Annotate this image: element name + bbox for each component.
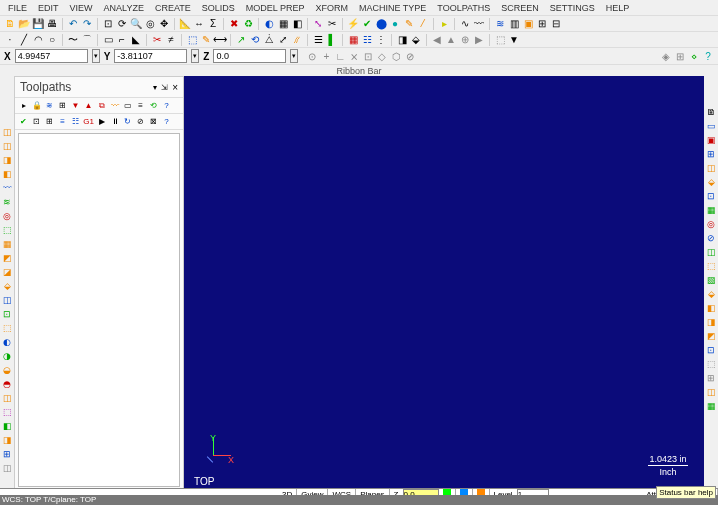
rm5-icon[interactable]: ◫ [706, 162, 717, 173]
lm13-icon[interactable]: ◫ [2, 294, 13, 305]
rm13-icon[interactable]: ▧ [706, 274, 717, 285]
sb10-icon[interactable]: ⊘ [135, 116, 146, 127]
st2-icon[interactable]: 🔒 [31, 100, 42, 111]
graphics-viewport[interactable]: Y X TOP 1.0423 in Inch [184, 76, 704, 491]
lm6-icon[interactable]: ≋ [2, 196, 13, 207]
scale-icon[interactable]: ⤢ [277, 34, 289, 46]
menu-help[interactable]: HELP [602, 1, 634, 15]
c3-icon[interactable]: ∟ [334, 50, 346, 62]
z-input[interactable] [213, 49, 286, 63]
rm15-icon[interactable]: ◧ [706, 302, 717, 313]
zoom-target-icon[interactable]: ◎ [144, 18, 156, 30]
st10-icon[interactable]: ≡ [135, 100, 146, 111]
help2-icon[interactable]: ? [702, 50, 714, 62]
lm9-icon[interactable]: ▦ [2, 238, 13, 249]
translate-icon[interactable]: ↗ [235, 34, 247, 46]
sb9-icon[interactable]: ↻ [122, 116, 133, 127]
lm4-icon[interactable]: ◧ [2, 168, 13, 179]
point-icon[interactable]: · [4, 34, 16, 46]
menu-view[interactable]: VIEW [66, 1, 97, 15]
lm10-icon[interactable]: ◩ [2, 252, 13, 263]
lm19-icon[interactable]: ◓ [2, 378, 13, 389]
shade-icon[interactable]: ◐ [263, 18, 275, 30]
box3-icon[interactable]: ▣ [522, 18, 534, 30]
rm11-icon[interactable]: ◫ [706, 246, 717, 257]
dist-icon[interactable]: ↔ [193, 18, 205, 30]
up-icon[interactable]: ▲ [445, 34, 457, 46]
t2-icon[interactable]: ⬙ [410, 34, 422, 46]
back-icon[interactable]: ◀ [431, 34, 443, 46]
c10-icon[interactable]: ⊞ [674, 50, 686, 62]
menu-machine-type[interactable]: MACHINE TYPE [355, 1, 430, 15]
st7-icon[interactable]: ⧉ [96, 100, 107, 111]
rm21-icon[interactable]: ◫ [706, 386, 717, 397]
repaint-icon[interactable]: ⟳ [116, 18, 128, 30]
lm1-icon[interactable]: ◫ [2, 126, 13, 137]
grid2-icon[interactable]: ▥ [508, 18, 520, 30]
menu-create[interactable]: CREATE [151, 1, 195, 15]
rm17-icon[interactable]: ◩ [706, 330, 717, 341]
zoom-window-icon[interactable]: 🔍 [130, 18, 142, 30]
dim-icon[interactable]: ⟷ [214, 34, 226, 46]
x-input[interactable] [15, 49, 88, 63]
lm5-icon[interactable]: 〰 [2, 182, 13, 193]
st8-icon[interactable]: 〰 [109, 100, 120, 111]
list-icon[interactable]: ☷ [361, 34, 373, 46]
c9-icon[interactable]: ◈ [660, 50, 672, 62]
sb7-icon[interactable]: ▶ [96, 116, 107, 127]
c8-icon[interactable]: ⊘ [404, 50, 416, 62]
fwd-icon[interactable]: ▶ [473, 34, 485, 46]
z-dropdown[interactable]: ▾ [290, 49, 298, 63]
wireframe-icon[interactable]: ▦ [277, 18, 289, 30]
disc-icon[interactable]: ● [389, 18, 401, 30]
c1-icon[interactable]: ⊙ [306, 50, 318, 62]
rm22-icon[interactable]: ▦ [706, 400, 717, 411]
line-icon[interactable]: ╱ [18, 34, 30, 46]
menu-toolpaths[interactable]: TOOLPATHS [433, 1, 494, 15]
st1-icon[interactable]: ▸ [18, 100, 29, 111]
rm14-icon[interactable]: ⬙ [706, 288, 717, 299]
rect-icon[interactable]: ▭ [102, 34, 114, 46]
analyze-icon[interactable]: 📐 [179, 18, 191, 30]
lm20-icon[interactable]: ◫ [2, 392, 13, 403]
menu-analyze[interactable]: ANALYZE [100, 1, 148, 15]
circle-icon[interactable]: ○ [46, 34, 58, 46]
offset-icon[interactable]: ⫽ [291, 34, 303, 46]
open-file-icon[interactable]: 📂 [18, 18, 30, 30]
level-icon[interactable]: ☰ [312, 34, 324, 46]
lm3-icon[interactable]: ◨ [2, 154, 13, 165]
lm14-icon[interactable]: ⊡ [2, 308, 13, 319]
cube-icon[interactable]: ⬚ [494, 34, 506, 46]
pencil-icon[interactable]: ✎ [403, 18, 415, 30]
menu-model-prep[interactable]: MODEL PREP [242, 1, 309, 15]
sb1-icon[interactable]: ✔ [18, 116, 29, 127]
toolpaths-tree[interactable] [18, 133, 180, 487]
color-icon[interactable]: ▌ [326, 34, 338, 46]
save-icon[interactable]: 💾 [32, 18, 44, 30]
sb5-icon[interactable]: ☷ [70, 116, 81, 127]
c2-icon[interactable]: + [320, 50, 332, 62]
menu-solids[interactable]: SOLIDS [198, 1, 239, 15]
redo-icon[interactable]: ↷ [81, 18, 93, 30]
y-input[interactable] [114, 49, 187, 63]
pan-icon[interactable]: ✥ [158, 18, 170, 30]
fillet-icon[interactable]: ⌐ [116, 34, 128, 46]
rm7-icon[interactable]: ⊡ [706, 190, 717, 201]
c6-icon[interactable]: ◇ [376, 50, 388, 62]
st3-icon[interactable]: ≋ [44, 100, 55, 111]
c7-icon[interactable]: ⬡ [390, 50, 402, 62]
st12-icon[interactable]: ? [161, 100, 172, 111]
c11-icon[interactable]: ⋄ [688, 50, 700, 62]
lm22-icon[interactable]: ◧ [2, 420, 13, 431]
hidden-icon[interactable]: ◧ [291, 18, 303, 30]
lm23-icon[interactable]: ◨ [2, 434, 13, 445]
st9-icon[interactable]: ▭ [122, 100, 133, 111]
slash-icon[interactable]: ⁄ [417, 18, 429, 30]
y-dropdown[interactable]: ▾ [191, 49, 199, 63]
rm3-icon[interactable]: ▣ [706, 134, 717, 145]
rm8-icon[interactable]: ▦ [706, 204, 717, 215]
chamfer-icon[interactable]: ◣ [130, 34, 142, 46]
panel-menu-icon[interactable]: ▾ [153, 83, 157, 92]
rm18-icon[interactable]: ⊡ [706, 344, 717, 355]
print-icon[interactable]: 🖶 [46, 18, 58, 30]
